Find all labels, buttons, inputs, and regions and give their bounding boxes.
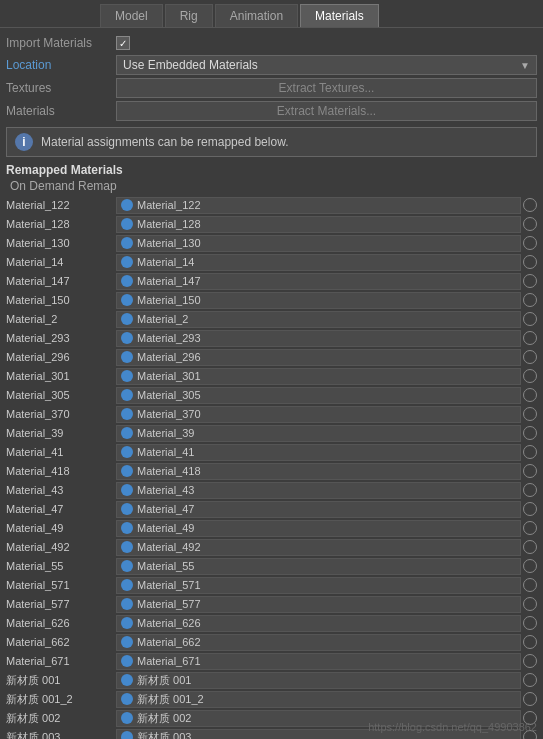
material-options-icon[interactable] xyxy=(523,350,537,364)
material-options-icon[interactable] xyxy=(523,502,537,516)
material-name: Material_492 xyxy=(137,541,520,553)
material-name: Material_128 xyxy=(137,218,520,230)
material-name: Material_577 xyxy=(137,598,520,610)
material-name: Material_14 xyxy=(137,256,520,268)
material-right-cell[interactable]: Material_47 xyxy=(116,501,521,518)
tab-model[interactable]: Model xyxy=(100,4,163,27)
material-options-icon[interactable] xyxy=(523,426,537,440)
material-dot-icon xyxy=(121,256,133,268)
material-right-cell[interactable]: Material_2 xyxy=(116,311,521,328)
material-right-cell[interactable]: Material_492 xyxy=(116,539,521,556)
material-right-cell[interactable]: Material_122 xyxy=(116,197,521,214)
material-options-icon[interactable] xyxy=(523,236,537,250)
material-row: Material_41Material_41 xyxy=(6,443,537,461)
material-right-cell[interactable]: Material_293 xyxy=(116,330,521,347)
material-right-cell[interactable]: Material_305 xyxy=(116,387,521,404)
material-options-icon[interactable] xyxy=(523,293,537,307)
material-right-cell[interactable]: Material_301 xyxy=(116,368,521,385)
material-options-icon[interactable] xyxy=(523,483,537,497)
tab-animation[interactable]: Animation xyxy=(215,4,298,27)
material-row: Material_130Material_130 xyxy=(6,234,537,252)
material-dot-icon xyxy=(121,370,133,382)
material-options-icon[interactable] xyxy=(523,540,537,554)
material-options-icon[interactable] xyxy=(523,217,537,231)
material-right-cell[interactable]: Material_147 xyxy=(116,273,521,290)
material-dot-icon xyxy=(121,294,133,306)
material-right-cell[interactable]: Material_39 xyxy=(116,425,521,442)
material-options-icon[interactable] xyxy=(523,445,537,459)
material-name: Material_55 xyxy=(137,560,520,572)
material-row: 新材质 001_2新材质 001_2 xyxy=(6,690,537,708)
material-dot-icon xyxy=(121,560,133,572)
material-options-icon[interactable] xyxy=(523,635,537,649)
material-options-icon[interactable] xyxy=(523,654,537,668)
material-left-label: Material_39 xyxy=(6,427,116,439)
material-options-icon[interactable] xyxy=(523,255,537,269)
material-row: Material_2Material_2 xyxy=(6,310,537,328)
material-options-icon[interactable] xyxy=(523,464,537,478)
material-list: Material_122Material_122Material_128Mate… xyxy=(6,196,537,739)
tab-rig[interactable]: Rig xyxy=(165,4,213,27)
material-right-cell[interactable]: Material_370 xyxy=(116,406,521,423)
material-dot-icon xyxy=(121,636,133,648)
import-materials-row: Import Materials ✓ xyxy=(6,34,537,52)
material-options-icon[interactable] xyxy=(523,616,537,630)
material-options-icon[interactable] xyxy=(523,369,537,383)
extract-materials-button[interactable]: Extract Materials... xyxy=(116,101,537,121)
material-right-cell[interactable]: 新材质 001 xyxy=(116,672,521,689)
material-right-cell[interactable]: Material_130 xyxy=(116,235,521,252)
import-materials-checkbox[interactable]: ✓ xyxy=(116,36,130,50)
material-right-cell[interactable]: Material_128 xyxy=(116,216,521,233)
material-right-cell[interactable]: Material_662 xyxy=(116,634,521,651)
material-options-icon[interactable] xyxy=(523,407,537,421)
material-right-cell[interactable]: Material_577 xyxy=(116,596,521,613)
location-dropdown[interactable]: Use Embedded Materials ▼ xyxy=(116,55,537,75)
material-right-cell[interactable]: Material_571 xyxy=(116,577,521,594)
material-right-cell[interactable]: Material_55 xyxy=(116,558,521,575)
dropdown-arrow-icon: ▼ xyxy=(520,60,530,71)
material-left-label: Material_2 xyxy=(6,313,116,325)
material-right-cell[interactable]: Material_41 xyxy=(116,444,521,461)
material-options-icon[interactable] xyxy=(523,673,537,687)
material-name: Material_662 xyxy=(137,636,520,648)
textures-label: Textures xyxy=(6,81,116,95)
material-right-cell[interactable]: Material_150 xyxy=(116,292,521,309)
material-row: Material_305Material_305 xyxy=(6,386,537,404)
remapped-title: Remapped Materials xyxy=(6,163,537,177)
material-left-label: Material_626 xyxy=(6,617,116,629)
material-options-icon[interactable] xyxy=(523,312,537,326)
material-right-cell[interactable]: Material_671 xyxy=(116,653,521,670)
extract-textures-button[interactable]: Extract Textures... xyxy=(116,78,537,98)
material-options-icon[interactable] xyxy=(523,331,537,345)
material-left-label: 新材质 001_2 xyxy=(6,692,116,707)
material-right-cell[interactable]: Material_43 xyxy=(116,482,521,499)
material-row: Material_49Material_49 xyxy=(6,519,537,537)
material-row: Material_492Material_492 xyxy=(6,538,537,556)
material-left-label: 新材质 003 xyxy=(6,730,116,740)
tab-materials[interactable]: Materials xyxy=(300,4,379,27)
material-name: Material_130 xyxy=(137,237,520,249)
material-options-icon[interactable] xyxy=(523,388,537,402)
material-right-cell[interactable]: Material_49 xyxy=(116,520,521,537)
material-options-icon[interactable] xyxy=(523,692,537,706)
material-left-label: Material_130 xyxy=(6,237,116,249)
material-options-icon[interactable] xyxy=(523,559,537,573)
material-right-cell[interactable]: Material_626 xyxy=(116,615,521,632)
material-right-cell[interactable]: Material_296 xyxy=(116,349,521,366)
material-options-icon[interactable] xyxy=(523,578,537,592)
material-right-cell[interactable]: Material_418 xyxy=(116,463,521,480)
material-right-cell[interactable]: Material_14 xyxy=(116,254,521,271)
material-name: Material_305 xyxy=(137,389,520,401)
material-options-icon[interactable] xyxy=(523,274,537,288)
main-content: Import Materials ✓ Location Use Embedded… xyxy=(0,28,543,739)
material-name: Material_2 xyxy=(137,313,520,325)
material-name: Material_370 xyxy=(137,408,520,420)
material-dot-icon xyxy=(121,427,133,439)
material-options-icon[interactable] xyxy=(523,198,537,212)
material-left-label: Material_671 xyxy=(6,655,116,667)
material-right-cell[interactable]: 新材质 001_2 xyxy=(116,691,521,708)
material-left-label: Material_41 xyxy=(6,446,116,458)
material-options-icon[interactable] xyxy=(523,597,537,611)
material-dot-icon xyxy=(121,712,133,724)
material-options-icon[interactable] xyxy=(523,521,537,535)
